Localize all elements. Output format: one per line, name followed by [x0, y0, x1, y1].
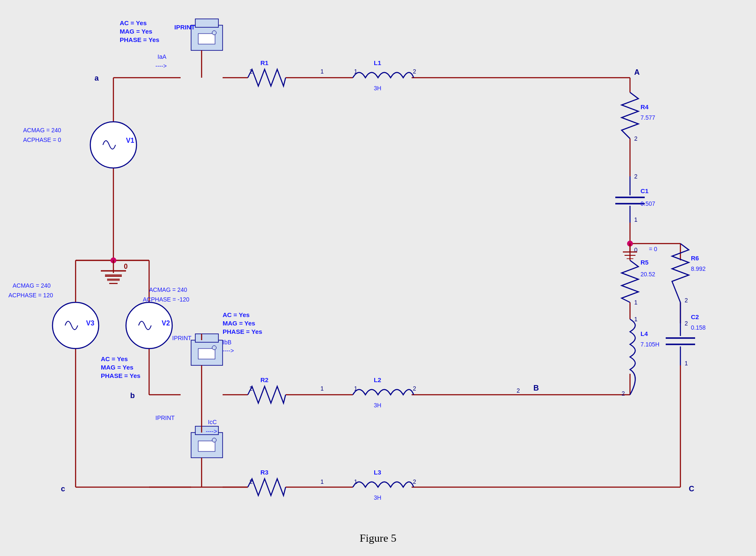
L3-label: L3: [374, 469, 381, 476]
C1-value: 0.507: [640, 200, 655, 207]
R2-node1-label: 1: [320, 385, 324, 392]
iprint-b-arrow: ---->: [223, 347, 234, 354]
L4-value: 7.105H: [640, 341, 659, 348]
svg-rect-55: [198, 349, 215, 359]
iprint-c-ac-label: AC = Yes: [101, 355, 128, 362]
schematic-canvas: a b c A B C 2 1 1 2 2 1 1 2 2 2 1 1 2 2: [0, 0, 756, 556]
C2-label: C2: [691, 313, 699, 320]
iprint-a-current-label: IaA: [158, 53, 167, 60]
iprint-c-title: IPRINT: [155, 414, 175, 421]
R6-value: 8.992: [691, 265, 706, 272]
R1-node1-label: 1: [320, 68, 324, 75]
V2-acphase: ACPHASE = -120: [143, 296, 189, 303]
iprint-a-title: IPRINT: [174, 24, 195, 31]
iprint-b-ac-label: AC = Yes: [223, 311, 249, 318]
R3-node2-label: 2: [249, 478, 253, 485]
V1-source: [90, 122, 136, 168]
L1-node2-label: 2: [413, 68, 416, 75]
R2-label: R2: [260, 376, 268, 383]
iprint-a-arrow-label: ---->: [155, 63, 167, 69]
node-C-label: C: [689, 485, 694, 493]
R5-value: 20.52: [640, 271, 655, 278]
R4-value: 7.577: [640, 114, 655, 121]
iprint-b-current: IbB: [223, 339, 231, 346]
node-B-label: B: [533, 384, 539, 392]
circuit-diagram: a b c A B C 2 1 1 2 2 1 1 2 2 2 1 1 2 2: [0, 0, 756, 556]
B-node2-label: 2: [517, 387, 520, 394]
svg-point-56: [212, 346, 216, 350]
V3-acmag: ACMAG = 240: [13, 282, 51, 289]
node-b-label: b: [130, 391, 135, 400]
svg-rect-61: [198, 441, 215, 451]
node-c-label: c: [61, 485, 65, 493]
R1-label: R1: [260, 59, 268, 66]
L3-node2-label: 2: [413, 478, 416, 485]
node-a-label: a: [94, 74, 99, 82]
L1-node1-label: 1: [354, 68, 357, 75]
L2-node2-label: 2: [413, 385, 416, 392]
R3-label: R3: [260, 469, 268, 476]
figure-caption: Figure 5: [360, 532, 396, 544]
V1-acphase: ACPHASE = 0: [23, 136, 61, 143]
svg-rect-54: [195, 334, 218, 342]
svg-rect-50: [198, 34, 215, 44]
C1-node2-label: 2: [634, 173, 638, 180]
C2-node2-label: 2: [685, 320, 688, 327]
L1-value: 3H: [374, 85, 381, 92]
iprint-b-title: IPRINT: [172, 335, 192, 341]
R5-ground-label: = 0: [649, 246, 657, 252]
R3-node1-label: 1: [320, 478, 324, 485]
iprint-b-phase-label: PHASE = Yes: [223, 328, 262, 335]
R6-node2-label: 2: [685, 297, 688, 304]
V1-label: V1: [126, 137, 134, 144]
V2-acmag: ACMAG = 240: [149, 286, 187, 293]
C2-value: 0.158: [691, 324, 706, 331]
R5-node1-label: 1: [634, 299, 638, 306]
svg-rect-49: [195, 19, 218, 27]
svg-point-41: [90, 122, 136, 168]
V3-label: V3: [86, 320, 94, 327]
R1-node2-label: 2: [249, 68, 253, 75]
L1-label: L1: [374, 59, 381, 66]
R2-node2-label: 2: [249, 385, 253, 392]
V1-acmag: ACMAG = 240: [23, 127, 61, 134]
C1-node1-label: 1: [634, 216, 638, 223]
node-A-label: A: [634, 68, 640, 76]
R4-label: R4: [640, 103, 649, 110]
iprint-c-mag-label: MAG = Yes: [101, 364, 134, 371]
ground-0-label: 0: [124, 263, 128, 270]
R6-label: R6: [691, 254, 699, 262]
V2-label: V2: [162, 320, 170, 327]
iprint-b-mag-label: MAG = Yes: [223, 320, 255, 327]
V3-acphase: ACPHASE = 120: [8, 292, 53, 299]
C1-label: C1: [640, 187, 648, 194]
L4-label: L4: [640, 330, 648, 337]
iprint-c-arrow: ---->: [206, 428, 217, 435]
R4-node2-label: 2: [634, 135, 638, 142]
iprint-c-phase-label: PHASE = Yes: [101, 372, 140, 379]
iprint-a-mag-label: MAG = Yes: [120, 28, 152, 35]
C2-node1-label: 1: [685, 360, 688, 367]
iprint-a-ac-label: AC = Yes: [120, 19, 147, 26]
svg-point-51: [212, 31, 216, 35]
L3-value: 3H: [374, 494, 381, 501]
iprint-c-current: IcC: [208, 419, 217, 425]
L2-label: L2: [374, 376, 381, 383]
L3-node1-label: 1: [354, 478, 357, 485]
iprint-a-phase-label: PHASE = Yes: [120, 36, 159, 43]
B-R5-node2-label: 2: [622, 390, 625, 397]
svg-point-62: [212, 438, 216, 442]
L2-node1-label: 1: [354, 385, 357, 392]
L2-value: 3H: [374, 402, 381, 409]
L4-node1-label: 1: [634, 316, 638, 323]
R5-label: R5: [640, 259, 648, 266]
